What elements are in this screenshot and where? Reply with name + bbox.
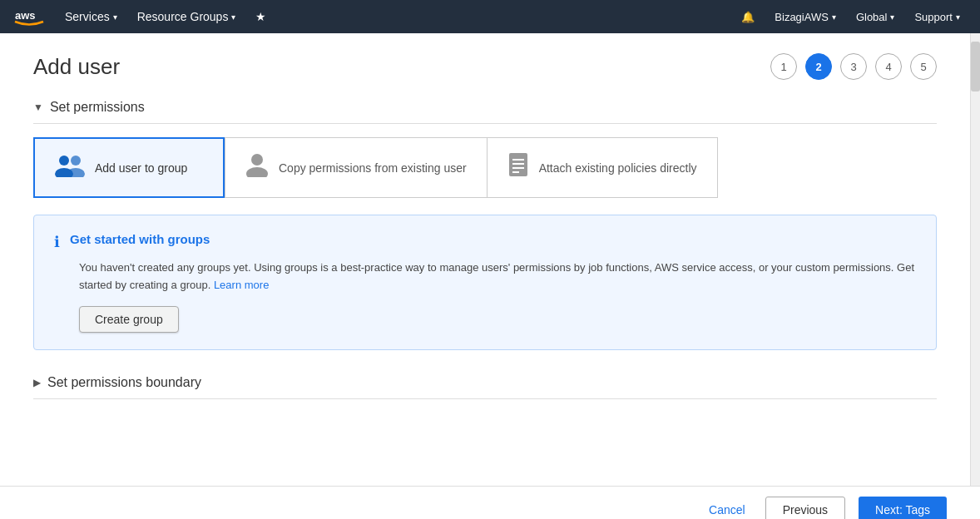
step-3[interactable]: 3 <box>840 53 867 80</box>
bookmarks-icon[interactable]: ★ <box>249 7 273 27</box>
notifications-bell-icon[interactable]: 🔔 <box>735 7 761 27</box>
scrollbar[interactable] <box>970 33 980 486</box>
bottom-action-bar: Cancel Previous Next: Tags <box>0 486 980 519</box>
region-menu[interactable]: Global ▾ <box>849 7 902 27</box>
create-group-button[interactable]: Create group <box>79 306 179 333</box>
next-button[interactable]: Next: Tags <box>859 497 947 520</box>
info-box: ℹ Get started with groups You haven't cr… <box>33 215 937 350</box>
previous-button[interactable]: Previous <box>765 497 845 520</box>
aws-logo[interactable]: aws <box>13 6 45 27</box>
page-title: Add user <box>33 54 120 80</box>
account-chevron-icon: ▾ <box>832 12 836 22</box>
set-permissions-boundary-section: ▶ Set permissions boundary <box>33 375 937 399</box>
step-indicators: 1 2 3 4 5 <box>770 53 937 80</box>
services-chevron-icon: ▾ <box>113 12 117 22</box>
scrollbar-thumb[interactable] <box>971 42 980 91</box>
info-description: You haven't created any groups yet. Usin… <box>79 260 916 294</box>
page-title-row: Add user 1 2 3 4 5 <box>33 53 937 80</box>
info-circle-icon: ℹ <box>54 233 60 251</box>
step-5[interactable]: 5 <box>910 53 937 80</box>
attach-policies-option[interactable]: Attach existing policies directly <box>488 137 718 198</box>
svg-point-5 <box>251 154 263 166</box>
top-navigation: aws Services ▾ Resource Groups ▾ ★ 🔔 Biz… <box>0 0 980 33</box>
cancel-button[interactable]: Cancel <box>702 498 752 520</box>
permission-options: Add user to group Copy permissions from … <box>33 137 937 198</box>
content-area: Add user 1 2 3 4 5 ▼ Set permissions <box>0 33 970 486</box>
step-4[interactable]: 4 <box>875 53 902 80</box>
group-icon <box>55 152 85 183</box>
person-icon <box>245 152 269 183</box>
step-2[interactable]: 2 <box>805 53 832 80</box>
step-1[interactable]: 1 <box>770 53 797 80</box>
svg-point-1 <box>59 156 69 166</box>
account-menu[interactable]: BizagiAWS ▾ <box>768 7 843 27</box>
section-arrow-icon: ▼ <box>33 101 43 113</box>
add-user-to-group-option[interactable]: Add user to group <box>33 137 225 198</box>
copy-permissions-option[interactable]: Copy permissions from existing user <box>225 137 488 198</box>
resource-groups-menu[interactable]: Resource Groups ▾ <box>131 7 243 27</box>
resource-groups-chevron-icon: ▾ <box>231 12 235 22</box>
svg-point-6 <box>246 167 268 177</box>
support-chevron-icon: ▾ <box>956 12 960 22</box>
info-box-header: ℹ Get started with groups <box>54 232 916 251</box>
region-chevron-icon: ▾ <box>890 12 894 22</box>
document-icon <box>507 152 529 183</box>
nav-right-section: 🔔 BizagiAWS ▾ Global ▾ Support ▾ <box>735 7 967 27</box>
main-wrapper: Add user 1 2 3 4 5 ▼ Set permissions <box>0 33 980 486</box>
svg-point-2 <box>71 156 81 166</box>
learn-more-link[interactable]: Learn more <box>214 279 269 291</box>
support-menu[interactable]: Support ▾ <box>908 7 967 27</box>
boundary-arrow-icon: ▶ <box>33 377 41 388</box>
set-permissions-boundary-header: ▶ Set permissions boundary <box>33 375 937 399</box>
services-menu[interactable]: Services ▾ <box>58 7 124 27</box>
svg-text:aws: aws <box>15 9 36 22</box>
set-permissions-header: ▼ Set permissions <box>33 100 937 124</box>
